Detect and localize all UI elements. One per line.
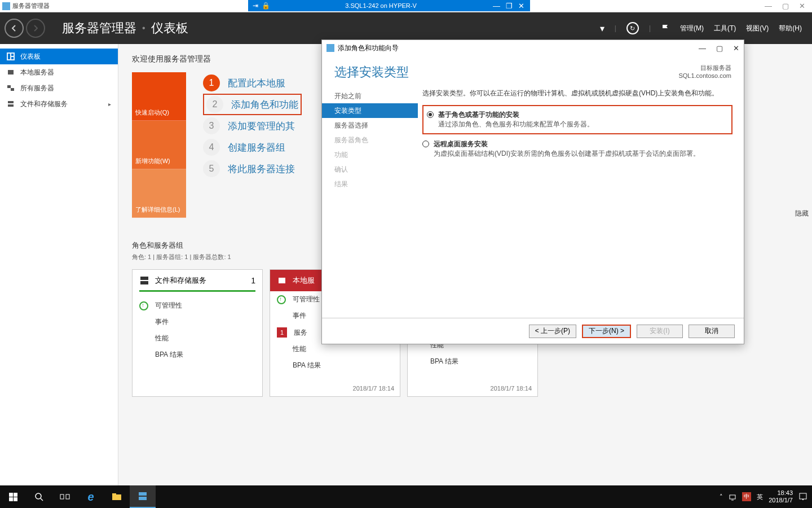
sidebar-item-file[interactable]: 文件和存储服务 ▸ (0, 96, 118, 112)
network-icon[interactable] (729, 493, 736, 501)
step-add-servers[interactable]: 3 添加要管理的其 (203, 115, 302, 137)
tray-up-icon[interactable]: ˄ (720, 493, 723, 501)
wizard-header: 选择安装类型 目标服务器 SQL1.contoso.com (322, 56, 744, 84)
radio-role-based[interactable]: 基于角色或基于功能的安装 通过添加角色、角色服务和功能来配置单个服务器。 (427, 108, 728, 131)
flag-icon[interactable] (661, 24, 670, 33)
breadcrumb-root[interactable]: 服务器管理器 (62, 20, 136, 37)
nav-back-button[interactable] (5, 19, 24, 38)
step-configure-local[interactable]: 1 配置此本地服 (203, 72, 302, 94)
menu-help[interactable]: 帮助(H) (779, 24, 802, 33)
card-title: 本地服 (293, 275, 315, 286)
prev-button[interactable]: < 上一步(P) (529, 325, 576, 338)
search-button[interactable] (26, 485, 52, 508)
sidebar-label: 本地服务器 (20, 68, 54, 77)
breadcrumb: 服务器管理器 • 仪表板 (62, 20, 188, 37)
sidebar-item-local[interactable]: 本地服务器 (0, 64, 118, 80)
tile-label: 快速启动(Q) (135, 108, 169, 117)
close-button[interactable]: ✕ (799, 2, 805, 10)
wizard-nav-before[interactable]: 开始之前 (322, 89, 418, 103)
tile-quickstart[interactable]: 快速启动(Q) (132, 72, 186, 121)
tile-learnmore[interactable]: 了解详细信息(L) (132, 169, 186, 218)
wizard-title: 添加角色和功能向导 (338, 43, 399, 53)
lock-icon[interactable]: 🔒 (262, 2, 270, 10)
svg-rect-4 (8, 70, 14, 75)
wizard-content: 选择安装类型。你可以在正在运行的物理计算机、虚拟机或脱机虚拟硬盘(VHD)上安装… (418, 84, 744, 318)
vm-restore-button[interactable]: ❐ (506, 2, 513, 10)
status-bar (139, 290, 255, 292)
step-connect-cloud[interactable]: 5 将此服务器连接 (203, 158, 302, 179)
step-label: 添加要管理的其 (228, 120, 295, 133)
explorer-button[interactable] (104, 485, 130, 508)
vm-connection-bar: ⇥ 🔒 3.SQL1-242 on HYPER-V — ❐ ✕ (248, 0, 530, 11)
wizard-minimize-button[interactable]: — (699, 44, 706, 52)
svg-rect-1 (8, 54, 10, 59)
svg-rect-15 (66, 494, 69, 499)
minimize-button[interactable]: — (765, 2, 772, 10)
menu-view[interactable]: 视图(V) (746, 24, 769, 33)
storage-icon (139, 275, 149, 286)
card-line-label: BPA 结果 (155, 350, 183, 360)
step-label: 将此服务器连接 (228, 163, 295, 176)
ime-indicator-1[interactable]: 中 (742, 492, 751, 501)
card-line-label: 性能 (155, 334, 169, 343)
nav-label: 服务器角色 (334, 135, 368, 145)
step-label: 配置此本地服 (228, 77, 285, 90)
card-line-label: 事件 (293, 311, 306, 321)
wizard-maximize-button[interactable]: ▢ (716, 44, 723, 52)
breadcrumb-current: 仪表板 (151, 20, 188, 37)
step-create-group[interactable]: 4 创建服务器组 (203, 137, 302, 158)
sidebar-item-all[interactable]: 所有服务器 (0, 80, 118, 96)
tile-label: 了解详细信息(L) (135, 205, 180, 214)
svg-rect-17 (112, 493, 116, 495)
menu-manage[interactable]: 管理(M) (680, 24, 704, 33)
nav-label: 功能 (334, 150, 348, 160)
wizard-titlebar[interactable]: 添加角色和功能向导 — ▢ ✕ (322, 40, 744, 56)
pin-icon[interactable]: ⇥ (253, 2, 258, 10)
svg-rect-8 (8, 104, 14, 107)
sidebar-label: 仪表板 (20, 52, 41, 62)
notifications-button[interactable] (798, 492, 807, 501)
ime-indicator-2[interactable]: 英 (757, 493, 763, 501)
next-button[interactable]: 下一步(N) > (582, 325, 631, 338)
menu-tools[interactable]: 工具(T) (714, 24, 736, 33)
sidebar-item-dashboard[interactable]: 仪表板 (0, 49, 118, 64)
svg-rect-2 (11, 54, 14, 56)
server-icon (277, 275, 287, 286)
radio-subtitle: 通过添加角色、角色服务和功能来配置单个服务器。 (438, 120, 594, 128)
radio-icon (422, 141, 429, 147)
taskview-button[interactable] (52, 485, 78, 508)
radio-rds[interactable]: 远程桌面服务安装 为虚拟桌面基础结构(VDI)安装所需的角色服务以创建基于虚拟机… (422, 138, 732, 160)
clock[interactable]: 18:43 2018/1/7 (769, 489, 793, 504)
card-line-label: 可管理性 (155, 301, 182, 310)
wizard-nav-type[interactable]: 安装类型 (322, 103, 418, 118)
vm-minimize-button[interactable]: — (493, 2, 500, 10)
storage-icon (7, 100, 15, 108)
tile-whatsnew[interactable]: 新增功能(W) (132, 121, 186, 169)
ie-button[interactable]: e (78, 485, 104, 508)
refresh-button[interactable]: ↻ (626, 22, 639, 34)
maximize-button[interactable]: ▢ (782, 2, 789, 10)
card-timestamp: 2018/1/7 18:14 (353, 385, 394, 392)
card-line-label: 可管理性 (293, 295, 320, 304)
start-button[interactable] (0, 485, 26, 508)
wizard-nav-server[interactable]: 服务器选择 (322, 118, 418, 133)
wizard-close-button[interactable]: ✕ (733, 44, 739, 52)
step-add-roles[interactable]: 2 添加角色和功能 (203, 94, 302, 115)
server-icon (7, 68, 15, 76)
dropdown-icon[interactable]: ▾ (600, 23, 604, 34)
hide-button[interactable]: 隐藏 (795, 209, 809, 218)
target-label: 目标服务器 (678, 64, 731, 72)
nav-label: 服务器选择 (334, 121, 368, 130)
status-ok-icon (277, 295, 286, 304)
card-line-label: 事件 (155, 317, 169, 327)
svg-rect-10 (140, 281, 148, 284)
svg-rect-14 (60, 494, 64, 499)
radio-title: 远程桌面服务安装 (434, 140, 488, 148)
install-button: 安装(I) (637, 325, 683, 338)
cancel-button[interactable]: 取消 (689, 325, 735, 338)
windows-logo-icon (9, 493, 17, 501)
card-file-storage[interactable]: 文件和存储服务 1 可管理性 事件 性能 BPA 结果 (132, 269, 263, 397)
server-manager-taskbar-button[interactable] (130, 485, 156, 508)
vm-close-button[interactable]: ✕ (518, 2, 524, 10)
svg-line-13 (41, 498, 43, 501)
